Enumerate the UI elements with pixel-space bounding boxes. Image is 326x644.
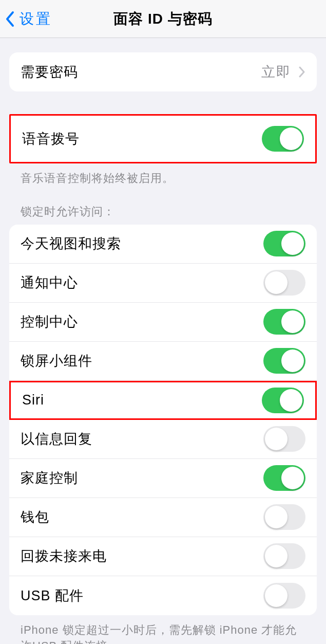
voice-dial-toggle[interactable]: [262, 126, 304, 152]
lock-access-header: 锁定时允许访问：: [9, 204, 317, 225]
lock-access-toggle[interactable]: [263, 309, 305, 335]
lock-access-group: 锁定时允许访问： 今天视图和搜索通知中心控制中心锁屏小组件Siri以信息回复家庭…: [9, 204, 317, 644]
lock-access-toggle[interactable]: [263, 465, 305, 491]
lock-access-footer: iPhone 锁定超过一小时后，需先解锁 iPhone 才能允许USB 配件连接…: [9, 615, 317, 644]
lock-access-toggle[interactable]: [263, 504, 305, 530]
require-passcode-label: 需要密码: [21, 63, 78, 81]
lock-access-label: USB 配件: [21, 586, 84, 605]
lock-access-toggle[interactable]: [263, 348, 305, 374]
toggle-knob: [280, 127, 302, 150]
lock-access-row[interactable]: 以信息回复: [9, 420, 317, 459]
lock-access-row[interactable]: 回拨未接来电: [9, 537, 317, 576]
lock-access-toggle[interactable]: [263, 543, 305, 569]
toggle-knob: [265, 271, 287, 294]
back-button[interactable]: 设置: [0, 9, 52, 29]
chevron-left-icon: [5, 11, 15, 27]
nav-bar: 设置 面容 ID 与密码: [0, 0, 326, 38]
require-passcode-value: 立即: [261, 63, 291, 81]
voice-dial-highlight: 语音拨号: [9, 114, 317, 163]
toggle-knob: [281, 310, 304, 333]
lock-access-label: 钱包: [21, 508, 49, 526]
lock-access-label: 家庭控制: [21, 469, 78, 487]
cell-right: 立即: [261, 63, 305, 81]
toggle-knob: [280, 389, 302, 412]
toggle-knob: [265, 545, 287, 567]
voice-dial-label: 语音拨号: [22, 130, 80, 148]
lock-access-label: Siri: [22, 392, 44, 408]
toggle-knob: [265, 584, 287, 607]
lock-access-label: 控制中心: [21, 312, 78, 331]
chevron-right-icon: [298, 66, 305, 78]
voice-dial-row[interactable]: 语音拨号: [11, 116, 315, 162]
lock-access-toggle[interactable]: [262, 388, 304, 413]
content: 需要密码 立即 语音拨号 音乐语音控制将始终被启用: [0, 52, 326, 644]
back-label: 设置: [20, 9, 52, 29]
lock-access-label: 锁屏小组件: [21, 352, 92, 370]
lock-access-label: 今天视图和搜索: [21, 234, 121, 253]
lock-access-toggle[interactable]: [263, 583, 305, 609]
toggle-knob: [265, 506, 287, 528]
lock-access-row[interactable]: 家庭控制: [9, 459, 317, 498]
lock-access-row[interactable]: 通知中心: [9, 264, 317, 303]
require-passcode-row[interactable]: 需要密码 立即: [9, 52, 317, 91]
lock-access-label: 通知中心: [21, 273, 78, 292]
lock-access-row[interactable]: 钱包: [9, 498, 317, 537]
voice-dial-footer: 音乐语音控制将始终被启用。: [9, 163, 317, 187]
lock-access-row[interactable]: Siri: [9, 381, 317, 420]
lock-access-row[interactable]: USB 配件: [9, 576, 317, 615]
lock-access-list: 今天视图和搜索通知中心控制中心锁屏小组件Siri以信息回复家庭控制钱包回拨未接来…: [9, 225, 317, 615]
passcode-group: 需要密码 立即: [9, 52, 317, 91]
lock-access-row[interactable]: 今天视图和搜索: [9, 225, 317, 264]
lock-access-toggle[interactable]: [263, 426, 305, 452]
lock-access-label: 回拨未接来电: [21, 547, 107, 565]
lock-access-row[interactable]: 控制中心: [9, 303, 317, 342]
lock-access-label: 以信息回复: [21, 430, 92, 448]
toggle-knob: [265, 428, 287, 450]
lock-access-toggle[interactable]: [263, 231, 305, 256]
page-title: 面容 ID 与密码: [113, 9, 213, 29]
lock-access-toggle[interactable]: [263, 270, 305, 296]
toggle-knob: [281, 467, 304, 489]
lock-access-row[interactable]: 锁屏小组件: [9, 342, 317, 381]
voice-dial-group: 语音拨号 音乐语音控制将始终被启用。: [9, 114, 317, 187]
toggle-knob: [281, 232, 304, 255]
toggle-knob: [281, 349, 304, 372]
